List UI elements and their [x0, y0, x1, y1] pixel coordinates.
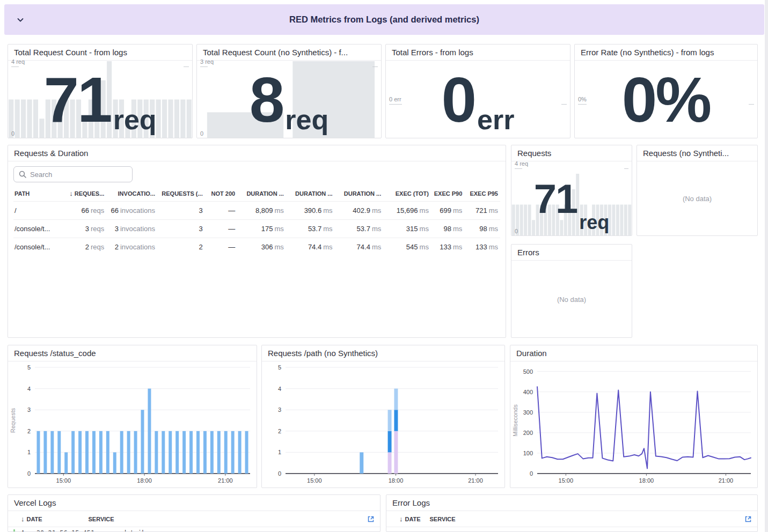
svg-text:0: 0	[530, 470, 533, 477]
log-table-header: ↓ DATE SERVICE	[8, 511, 380, 527]
requests-status-code-chart-panel: Requests /status_code 01234515:0018:0021…	[8, 345, 257, 488]
cell-value: —	[205, 220, 237, 238]
cell-value: 390.6ms	[286, 202, 335, 220]
stat-card-title: Total Errors - from logs	[386, 45, 570, 61]
log-table-header: ↓ DATE SERVICE	[386, 511, 757, 527]
column-service[interactable]: SERVICE	[89, 516, 114, 522]
panel-title: Requests (no Syntheti...	[637, 145, 757, 161]
column-header[interactable]: ↓REQUES...	[62, 186, 107, 202]
table-header-row[interactable]: PATH↓REQUES...INVOCATIO...REQUESTS (...N…	[13, 186, 500, 202]
cell-value: 74.4ms	[286, 238, 335, 256]
column-date[interactable]: DATE	[27, 516, 89, 522]
column-header[interactable]: NOT 200	[205, 186, 237, 202]
column-header[interactable]: PATH	[13, 186, 62, 202]
column-header[interactable]: EXEC P95	[464, 186, 500, 202]
dashboard-group-header: RED Metrics from Logs (and derived metri…	[4, 4, 764, 35]
requests-status-code-chart[interactable]: 01234515:0018:0021:00Requests	[8, 362, 257, 487]
svg-text:21:00: 21:00	[218, 477, 233, 484]
requests-path-chart-panel: Requests /path (no Synthetics) 01234515:…	[261, 345, 505, 488]
cell-value: 98ms	[464, 220, 500, 238]
duration-chart-panel: Duration 010020030040050015:0018:0021:00…	[510, 345, 758, 488]
table-row[interactable]: /console/t...3reqs3invocations3—175ms53.…	[13, 220, 500, 238]
panel-title: Requests	[511, 145, 632, 161]
stat-value: 0err	[386, 61, 570, 138]
svg-text:4: 4	[278, 386, 281, 392]
stat-value: 0%	[575, 61, 757, 138]
group-title: RED Metrics from Logs (and derived metri…	[4, 14, 764, 25]
column-header[interactable]: DURATION ...	[335, 186, 384, 202]
column-header[interactable]: INVOCATIO...	[106, 186, 157, 202]
svg-text:500: 500	[523, 368, 533, 375]
svg-text:18:00: 18:00	[389, 477, 404, 484]
cell-value: 175ms	[237, 220, 286, 238]
svg-text:15:00: 15:00	[56, 477, 71, 484]
column-header[interactable]: EXEC P90	[431, 186, 464, 202]
panel-title: Vercel Logs	[8, 495, 380, 511]
requests-duration-panel: Requests & Duration PATH↓REQUES...INVOCA…	[8, 145, 506, 338]
svg-text:Milliseconds: Milliseconds	[512, 404, 518, 437]
cell-value: 98ms	[431, 220, 464, 238]
svg-text:18:00: 18:00	[639, 477, 654, 484]
search-box[interactable]	[13, 166, 133, 182]
cell-value: 66invocations	[106, 202, 157, 220]
svg-text:Requests: Requests	[10, 408, 16, 433]
table-row[interactable]: /66reqs66invocations3—8,809ms390.6ms402.…	[13, 202, 500, 220]
panel-title: Requests & Duration	[8, 145, 506, 161]
log-service: app.dataiker.com	[107, 529, 169, 532]
cell-value: 315ms	[383, 220, 431, 238]
column-header[interactable]: DURATION ...	[286, 186, 335, 202]
search-icon	[19, 171, 26, 178]
cell-value: 8,809ms	[237, 202, 286, 220]
stat-card-total-requests: Total Request Count - from logs 4 req 0 …	[8, 44, 193, 138]
search-input[interactable]	[30, 171, 127, 179]
cell-value: 2	[157, 238, 205, 256]
svg-text:2: 2	[27, 428, 31, 434]
cell-value: 3invocations	[106, 220, 157, 238]
cell-value: 3	[157, 202, 205, 220]
column-header[interactable]: REQUESTS (...	[157, 186, 205, 202]
column-date[interactable]: DATE	[405, 516, 423, 522]
column-service[interactable]: SERVICE	[430, 516, 456, 522]
svg-text:18:00: 18:00	[137, 477, 152, 484]
collapse-chevron-icon[interactable]	[16, 16, 25, 24]
sort-desc-icon[interactable]: ↓	[399, 515, 403, 523]
duration-chart[interactable]: 010020030040050015:0018:0021:00Milliseco…	[510, 362, 757, 487]
cell-value: —	[205, 202, 237, 220]
column-header[interactable]: DURATION ...	[237, 186, 286, 202]
open-external-icon[interactable]	[367, 515, 375, 523]
panel-title: Requests /status_code	[8, 345, 257, 361]
requests-no-synthetics-panel: Requests (no Syntheti... (No data)	[637, 145, 758, 236]
svg-text:200: 200	[523, 430, 533, 436]
cell-value: 545ms	[383, 238, 431, 256]
cell-value: 53.7ms	[286, 220, 335, 238]
log-date: Apr 30 21:56:15.451	[21, 529, 107, 532]
scrollbar-track[interactable]	[765, 0, 768, 532]
no-data-text: (No data)	[511, 261, 632, 337]
svg-text:3: 3	[278, 407, 281, 413]
sort-desc-icon[interactable]: ↓	[69, 189, 73, 197]
svg-text:21:00: 21:00	[468, 477, 483, 484]
table-row[interactable]: /console/t...2reqs2invocations2—306ms74.…	[13, 238, 500, 256]
open-external-icon[interactable]	[744, 515, 752, 523]
stat-value: 71req	[511, 162, 632, 235]
panel-title: Errors	[511, 245, 632, 261]
sort-desc-icon[interactable]: ↓	[21, 515, 25, 523]
requests-path-chart[interactable]: 01234515:0018:0021:00	[262, 362, 504, 487]
cell-value: 2invocations	[106, 238, 157, 256]
cell-value: 53.7ms	[335, 220, 384, 238]
cell-value: 306ms	[237, 238, 286, 256]
cell-value: 66reqs	[62, 202, 107, 220]
cell-path: /console/t...	[13, 238, 62, 256]
svg-text:0: 0	[27, 470, 31, 477]
log-row[interactable]: Apr 30 21:56:15.451app.dataiker.com	[8, 527, 380, 532]
svg-text:400: 400	[523, 389, 533, 395]
cell-value: 402.9ms	[335, 202, 384, 220]
column-header[interactable]: EXEC (TOT)	[383, 186, 431, 202]
cell-path: /	[13, 202, 62, 220]
svg-text:3: 3	[27, 407, 31, 413]
stat-card-title: Error Rate (no Synthetics) - from logs	[575, 45, 757, 61]
cell-value: 721ms	[464, 202, 500, 220]
cell-value: 699ms	[431, 202, 464, 220]
cell-value: 15,696ms	[383, 202, 431, 220]
log-rows: Apr 30 21:56:15.451app.dataiker.com	[8, 527, 380, 532]
